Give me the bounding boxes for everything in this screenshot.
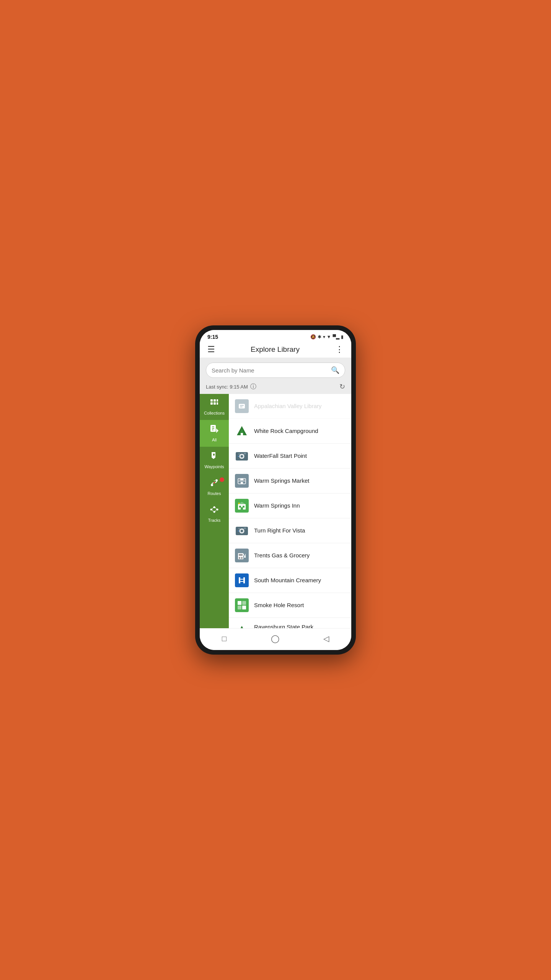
routes-icon xyxy=(210,478,219,490)
svg-rect-4 xyxy=(214,402,216,405)
item-name-5: Turn Right For Vista xyxy=(254,527,305,534)
item-name-1: White Rock Campground xyxy=(254,427,318,435)
svg-rect-5 xyxy=(217,402,218,405)
svg-rect-37 xyxy=(239,479,240,480)
routes-badge xyxy=(220,477,224,482)
resort-icon xyxy=(235,598,249,612)
list-item[interactable]: White Rock Campground xyxy=(229,419,351,444)
svg-rect-57 xyxy=(244,555,246,558)
svg-rect-60 xyxy=(241,557,243,559)
list-item[interactable]: South Mountain Creamery xyxy=(229,568,351,593)
item-name-6: Trents Gas & Grocery xyxy=(254,552,310,559)
all-label: All xyxy=(212,438,217,442)
item-name-8: Smoke Hole Resort xyxy=(254,601,304,609)
nav-back-button[interactable]: ◁ xyxy=(316,632,337,645)
refresh-button[interactable]: ↻ xyxy=(339,382,345,391)
search-button[interactable]: 🔍 xyxy=(331,366,339,374)
svg-rect-36 xyxy=(241,482,243,484)
campground-icon-2 xyxy=(235,624,249,629)
svg-rect-44 xyxy=(241,507,243,510)
svg-point-28 xyxy=(241,455,243,457)
tracks-label: Tracks xyxy=(208,518,221,523)
wifi-icon: ▼ xyxy=(327,334,331,340)
top-bar: ☰ Explore Library ⋮ xyxy=(200,341,351,358)
sync-bar: Last sync: 9:15 AM ⓘ ↻ xyxy=(200,381,351,394)
all-icon xyxy=(210,425,218,436)
partial-icon xyxy=(235,399,249,413)
list-item[interactable]: WaterFall Start Point xyxy=(229,444,351,469)
svg-rect-59 xyxy=(239,557,240,559)
partial-list-item[interactable]: Appalachian Valley Library xyxy=(229,394,351,419)
item-name-3: Warm Springs Market xyxy=(254,477,309,485)
svg-rect-67 xyxy=(238,606,241,609)
sync-text: Last sync: 9:15 AM xyxy=(206,384,248,390)
list-item[interactable]: Trents Gas & Grocery xyxy=(229,543,351,568)
phone-frame: 9:15 🔕 ✱ ▾ ▼ ▀▂ ▮ ☰ Explore Library ⋮ 🔍 xyxy=(195,325,356,655)
sidebar-item-all[interactable]: All xyxy=(200,420,229,447)
search-box[interactable]: 🔍 xyxy=(206,363,345,378)
partial-item-name: Appalachian Valley Library xyxy=(254,402,322,410)
list-item[interactable]: Smoke Hole Resort xyxy=(229,593,351,618)
svg-rect-38 xyxy=(244,479,245,480)
status-time: 9:15 xyxy=(207,334,218,340)
list-item[interactable]: Warm Springs Market xyxy=(229,469,351,493)
mute-icon: 🔕 xyxy=(310,334,316,340)
svg-rect-65 xyxy=(238,601,241,605)
item-name-7: South Mountain Creamery xyxy=(254,577,321,584)
svg-rect-7 xyxy=(212,426,214,427)
collections-label: Collections xyxy=(204,411,225,415)
camera-icon-1 xyxy=(235,449,249,463)
collections-icon xyxy=(210,399,219,409)
info-icon[interactable]: ⓘ xyxy=(250,383,256,391)
list-item[interactable]: Warm Springs Inn xyxy=(229,493,351,518)
svg-point-13 xyxy=(214,482,215,483)
nav-home-button[interactable]: ◯ xyxy=(263,632,287,645)
location-icon: ▾ xyxy=(323,334,325,340)
tracks-icon xyxy=(210,505,219,516)
main-content: Collections All xyxy=(200,394,351,628)
svg-rect-63 xyxy=(240,579,243,580)
sidebar-item-tracks[interactable]: Tracks xyxy=(200,500,229,527)
svg-rect-30 xyxy=(244,453,246,454)
bluetooth-icon: ✱ xyxy=(318,334,321,340)
nav-recents-button[interactable]: □ xyxy=(214,633,234,645)
campground-icon-1 xyxy=(235,424,249,438)
item-name-4: Warm Springs Inn xyxy=(254,502,300,510)
svg-rect-45 xyxy=(238,503,240,504)
svg-rect-62 xyxy=(243,577,245,583)
svg-point-49 xyxy=(241,530,243,532)
status-bar: 9:15 🔕 ✱ ▾ ▼ ▀▂ ▮ xyxy=(200,330,351,341)
svg-rect-21 xyxy=(240,407,243,407)
signal-icon: ▀▂ xyxy=(333,334,339,340)
sync-info: Last sync: 9:15 AM ⓘ xyxy=(206,383,256,391)
battery-icon: ▮ xyxy=(341,334,344,340)
search-input[interactable] xyxy=(212,367,331,374)
svg-rect-2 xyxy=(217,399,218,402)
sidebar-item-waypoints[interactable]: Waypoints xyxy=(200,447,229,474)
sidebar-item-routes[interactable]: Routes xyxy=(200,474,229,500)
svg-rect-19 xyxy=(239,404,245,408)
menu-button[interactable]: ☰ xyxy=(207,345,215,354)
waypoints-icon xyxy=(210,451,218,463)
more-options-button[interactable]: ⋮ xyxy=(335,345,344,354)
svg-point-50 xyxy=(238,528,240,529)
page-title: Explore Library xyxy=(251,345,300,354)
svg-point-12 xyxy=(215,479,218,482)
status-icons: 🔕 ✱ ▾ ▼ ▀▂ ▮ xyxy=(310,334,344,340)
svg-point-32 xyxy=(238,456,239,457)
list-item[interactable]: Ravensburg State Park Campground xyxy=(229,618,351,628)
routes-label: Routes xyxy=(208,491,221,496)
svg-rect-0 xyxy=(210,399,213,402)
item-name-2: WaterFall Start Point xyxy=(254,452,307,460)
market-icon xyxy=(235,474,249,488)
sidebar-item-collections[interactable]: Collections xyxy=(200,394,229,420)
waypoints-label: Waypoints xyxy=(205,464,224,469)
svg-rect-66 xyxy=(242,601,246,605)
inn-icon xyxy=(235,499,249,513)
svg-rect-1 xyxy=(214,399,216,402)
svg-point-11 xyxy=(211,484,213,486)
list-item[interactable]: Turn Right For Vista xyxy=(229,518,351,543)
gas-icon-1 xyxy=(235,549,249,562)
svg-rect-64 xyxy=(240,581,243,582)
restaurant-icon xyxy=(235,573,249,587)
